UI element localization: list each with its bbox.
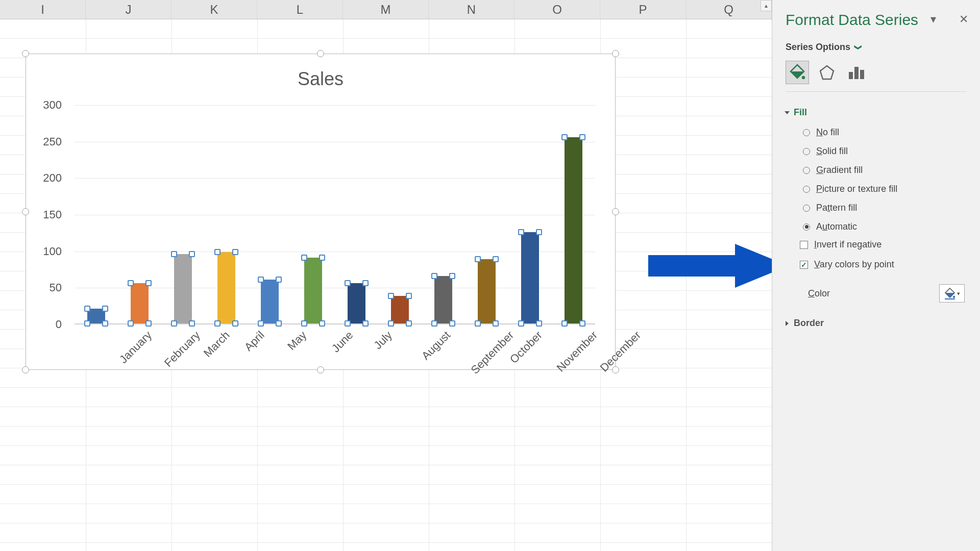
data-point-handle[interactable] — [362, 320, 369, 327]
y-tick-label: 50 — [50, 281, 62, 294]
scroll-up-button[interactable]: ▴ — [761, 0, 772, 11]
resize-handle-n[interactable] — [317, 50, 324, 57]
fill-and-line-tab[interactable] — [786, 61, 809, 84]
data-point-handle[interactable] — [345, 320, 351, 327]
data-bar[interactable] — [478, 259, 496, 323]
data-point-handle[interactable] — [171, 251, 177, 257]
data-point-handle[interactable] — [319, 255, 325, 261]
column-header[interactable]: M — [343, 0, 429, 19]
data-point-handle[interactable] — [561, 134, 568, 140]
data-point-handle[interactable] — [102, 320, 108, 327]
data-point-handle[interactable] — [561, 320, 568, 327]
data-point-handle[interactable] — [128, 280, 134, 286]
pane-options-dropdown[interactable]: ▾ — [928, 14, 938, 24]
data-bar[interactable] — [217, 252, 236, 323]
data-point-handle[interactable] — [345, 280, 351, 286]
pane-close-button[interactable]: ✕ — [959, 14, 969, 24]
data-point-handle[interactable] — [276, 277, 282, 283]
data-point-handle[interactable] — [362, 280, 369, 286]
data-point-handle[interactable] — [102, 306, 108, 312]
fill-section-header[interactable]: Fill — [786, 107, 967, 118]
data-point-handle[interactable] — [406, 320, 412, 327]
plot[interactable] — [75, 105, 595, 324]
data-point-handle[interactable] — [449, 320, 455, 327]
data-point-handle[interactable] — [276, 320, 282, 327]
column-header[interactable]: I — [0, 0, 86, 19]
series-options-dropdown[interactable]: Series Options ❯ — [786, 42, 967, 53]
column-header[interactable]: O — [514, 0, 600, 19]
data-point-handle[interactable] — [475, 320, 481, 327]
chart-title[interactable]: Sales — [26, 68, 615, 90]
data-point-handle[interactable] — [145, 320, 152, 327]
data-bar[interactable] — [131, 283, 149, 323]
x-tick-label: April — [242, 329, 287, 373]
border-section-header[interactable]: Border — [786, 318, 967, 329]
data-point-handle[interactable] — [579, 320, 585, 327]
data-point-handle[interactable] — [128, 320, 134, 327]
data-point-handle[interactable] — [301, 320, 307, 327]
data-point-handle[interactable] — [579, 134, 585, 140]
radio-automatic[interactable]: Automatic — [803, 221, 967, 232]
data-bar[interactable] — [521, 232, 540, 323]
data-point-handle[interactable] — [475, 256, 481, 262]
data-point-handle[interactable] — [431, 320, 437, 327]
data-bar[interactable] — [391, 296, 409, 323]
check-invert-if-negative[interactable]: Invert if negative — [800, 239, 967, 250]
data-bar[interactable] — [87, 309, 106, 323]
data-bar[interactable] — [174, 254, 192, 323]
worksheet-area[interactable]: IJKLMNOPQ ▴ Sales 050100150200250300 Jan… — [0, 0, 772, 551]
column-header[interactable]: K — [172, 0, 257, 19]
radio-pattern-fill[interactable]: Pattern fill — [803, 203, 967, 213]
data-point-handle[interactable] — [258, 320, 264, 327]
data-point-handle[interactable] — [388, 293, 394, 299]
data-bar[interactable] — [565, 137, 583, 324]
data-point-handle[interactable] — [189, 251, 195, 257]
data-point-handle[interactable] — [232, 320, 238, 327]
data-point-handle[interactable] — [214, 249, 220, 255]
data-bar[interactable] — [261, 280, 279, 323]
data-point-handle[interactable] — [189, 320, 195, 327]
data-point-handle[interactable] — [431, 273, 437, 279]
data-point-handle[interactable] — [301, 255, 307, 261]
data-point-handle[interactable] — [493, 256, 499, 262]
data-point-handle[interactable] — [84, 320, 90, 327]
data-point-handle[interactable] — [84, 306, 90, 312]
radio-picture-fill[interactable]: Picture or texture fill — [803, 184, 967, 194]
color-picker-button[interactable]: ▾ — [939, 284, 965, 303]
column-header[interactable]: P — [600, 0, 686, 19]
plot-area[interactable]: 050100150200250300 JanuaryFebruaryMarchA… — [64, 105, 595, 323]
data-point-handle[interactable] — [449, 273, 455, 279]
resize-handle-sw[interactable] — [22, 366, 29, 373]
data-bar[interactable] — [434, 276, 453, 323]
data-point-handle[interactable] — [214, 320, 220, 327]
effects-tab[interactable] — [815, 61, 839, 84]
data-point-handle[interactable] — [536, 320, 542, 327]
resize-handle-nw[interactable] — [22, 50, 29, 57]
data-point-handle[interactable] — [388, 320, 394, 327]
chart-object[interactable]: Sales 050100150200250300 JanuaryFebruary… — [26, 54, 616, 370]
radio-no-fill[interactable]: No fill — [803, 127, 967, 138]
column-header[interactable]: N — [429, 0, 514, 19]
data-point-handle[interactable] — [171, 320, 177, 327]
resize-handle-ne[interactable] — [612, 50, 619, 57]
data-point-handle[interactable] — [232, 249, 238, 255]
data-point-handle[interactable] — [319, 320, 325, 327]
radio-solid-fill[interactable]: Solid fill — [803, 146, 967, 157]
data-bar[interactable] — [304, 258, 323, 323]
data-point-handle[interactable] — [145, 280, 152, 286]
column-header[interactable]: Q — [686, 0, 772, 19]
data-point-handle[interactable] — [536, 229, 542, 235]
resize-handle-w[interactable] — [22, 208, 29, 215]
column-header[interactable]: J — [86, 0, 172, 19]
data-point-handle[interactable] — [258, 277, 264, 283]
data-bar[interactable] — [348, 283, 366, 323]
column-header[interactable]: L — [257, 0, 343, 19]
data-point-handle[interactable] — [406, 293, 412, 299]
data-point-handle[interactable] — [493, 320, 499, 327]
resize-handle-e[interactable] — [612, 208, 619, 215]
series-options-tab[interactable] — [845, 61, 868, 84]
data-point-handle[interactable] — [518, 229, 524, 235]
check-vary-colors-by-point[interactable]: Vary colors by point — [800, 259, 967, 270]
data-point-handle[interactable] — [518, 320, 524, 327]
radio-gradient-fill[interactable]: Gradient fill — [803, 165, 967, 176]
